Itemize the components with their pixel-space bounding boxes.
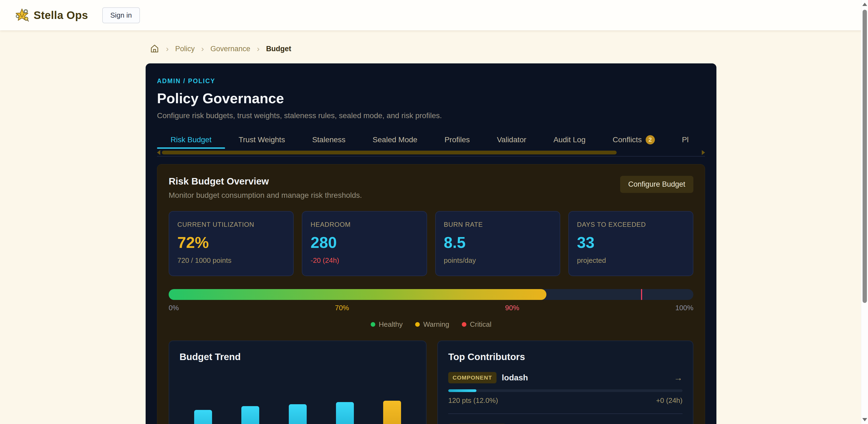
- stat-value: 33: [577, 233, 685, 252]
- overview-subtitle: Monitor budget consumption and manage ri…: [169, 191, 362, 200]
- stat-value: 8.5: [444, 233, 552, 252]
- tab-label: Risk Budget: [170, 135, 212, 144]
- trend-bar: [241, 406, 259, 424]
- stat-label: HEADROOM: [310, 221, 418, 228]
- tab-label: Conflicts: [613, 135, 642, 144]
- trend-bar-column: [180, 370, 227, 424]
- threshold-labels: 0% 70% 90% 100%: [169, 304, 693, 312]
- home-icon[interactable]: [150, 44, 159, 54]
- tab-validator[interactable]: Validator: [484, 131, 540, 149]
- threshold-0: 0%: [169, 304, 179, 312]
- tab-label: Audit Log: [553, 135, 585, 144]
- tab-label: Staleness: [312, 135, 345, 144]
- contributor-type-badge: COMPONENT: [448, 372, 496, 383]
- budget-progress-fill: [169, 289, 547, 300]
- tab-label: Pl: [682, 135, 689, 144]
- page-vertical-scrollbar[interactable]: [861, 0, 868, 424]
- warning-dot-icon: [415, 322, 420, 327]
- trend-bar-column: [274, 370, 321, 424]
- healthy-dot-icon: [371, 322, 375, 327]
- stat-card-burn-rate: BURN RATE 8.5 points/day: [435, 211, 560, 276]
- tabs-scrollbar-thumb[interactable]: [162, 151, 617, 155]
- tab-risk-budget[interactable]: Risk Budget: [157, 131, 225, 149]
- trend-flat-arrow-icon: →: [674, 373, 683, 383]
- tab-staleness[interactable]: Staleness: [299, 131, 359, 149]
- stat-subtext: projected: [577, 256, 685, 265]
- stat-card-headroom: HEADROOM 280 -20 (24h): [302, 211, 427, 276]
- tab-truncated[interactable]: Pl: [669, 131, 702, 149]
- trend-bar-column: [227, 370, 274, 424]
- breadcrumb-separator: ›: [166, 45, 169, 53]
- legend-label: Critical: [470, 320, 491, 329]
- divider: [448, 414, 683, 414]
- stat-cards-row: CURRENT UTILIZATION 72% 720 / 1000 point…: [169, 211, 693, 276]
- page-subtitle: Configure risk budgets, trust weights, s…: [157, 111, 705, 120]
- threshold-70: 70%: [335, 304, 349, 312]
- tab-audit-log[interactable]: Audit Log: [540, 131, 599, 149]
- breadcrumb-budget: Budget: [266, 45, 291, 53]
- section-eyebrow: ADMIN / POLICY: [157, 77, 705, 85]
- budget-utilization-bar: [169, 289, 693, 300]
- breadcrumb-policy[interactable]: Policy: [175, 45, 195, 53]
- app-header: Stella Ops Sign in: [0, 0, 868, 30]
- tab-trust-weights[interactable]: Trust Weights: [225, 131, 299, 149]
- tab-bar: Risk Budget Trust Weights Staleness Seal…: [157, 131, 705, 149]
- policy-governance-panel: ADMIN / POLICY Policy Governance Configu…: [146, 63, 716, 424]
- tab-label: Sealed Mode: [373, 135, 417, 144]
- tab-sealed-mode[interactable]: Sealed Mode: [359, 131, 431, 149]
- legend-label: Warning: [423, 320, 449, 329]
- scroll-left-arrow-icon[interactable]: [157, 150, 160, 155]
- budget-trend-chart: [180, 370, 416, 424]
- tabs-divider: [157, 156, 705, 157]
- contributor-delta: +0 (24h): [656, 396, 683, 405]
- stella-ops-logo-icon: [14, 8, 29, 23]
- tabs-horizontal-scrollbar[interactable]: [157, 150, 705, 155]
- top-contributors-title: Top Contributors: [448, 351, 683, 362]
- trend-bar-column: [369, 370, 416, 424]
- contributor-points: 120 pts (12.0%): [448, 396, 498, 405]
- configure-budget-button[interactable]: Configure Budget: [620, 176, 693, 193]
- page-title: Policy Governance: [157, 90, 705, 106]
- scroll-down-arrow-icon[interactable]: [862, 418, 867, 421]
- contributor-row[interactable]: COMPONENT lodash → 120 pts (12.0%) +0 (2…: [448, 372, 683, 414]
- stat-subtext: 720 / 1000 points: [177, 256, 285, 265]
- breadcrumb: › Policy › Governance › Budget: [150, 44, 868, 54]
- tab-conflicts[interactable]: Conflicts 2: [599, 131, 668, 149]
- budget-trend-card: Budget Trend 12/112/812/1512/2212/29: [169, 340, 427, 424]
- breadcrumb-separator: ›: [201, 45, 204, 53]
- budget-trend-title: Budget Trend: [180, 351, 416, 362]
- stat-subtext: points/day: [444, 256, 552, 265]
- stat-value: 280: [310, 233, 418, 252]
- legend-label: Healthy: [379, 320, 403, 329]
- brand-name: Stella Ops: [34, 9, 88, 22]
- stat-card-days-to-exceeded: DAYS TO EXCEEDED 33 projected: [568, 211, 693, 276]
- legend-warning: Warning: [415, 320, 449, 329]
- legend-healthy: Healthy: [371, 320, 403, 329]
- trend-bar-column: [321, 370, 369, 424]
- breadcrumb-governance[interactable]: Governance: [210, 45, 250, 53]
- critical-threshold-marker: [641, 289, 642, 300]
- overview-title: Risk Budget Overview: [169, 176, 362, 187]
- critical-dot-icon: [462, 322, 466, 327]
- brand[interactable]: Stella Ops: [14, 8, 88, 23]
- status-legend: Healthy Warning Critical: [169, 320, 693, 329]
- stat-label: DAYS TO EXCEEDED: [577, 221, 685, 228]
- breadcrumb-separator: ›: [257, 45, 259, 53]
- stat-value: 72%: [177, 233, 285, 252]
- tab-profiles[interactable]: Profiles: [431, 131, 483, 149]
- tabs-scrollbar-track[interactable]: [162, 151, 700, 155]
- tab-label: Validator: [497, 135, 526, 144]
- legend-critical: Critical: [462, 320, 491, 329]
- tab-label: Profiles: [444, 135, 470, 144]
- sign-in-button[interactable]: Sign in: [102, 7, 140, 23]
- tab-label: Trust Weights: [239, 135, 285, 144]
- conflicts-count-badge: 2: [646, 135, 655, 144]
- trend-bar: [383, 401, 401, 424]
- vertical-scrollbar-thumb[interactable]: [863, 10, 867, 303]
- scroll-right-arrow-icon[interactable]: [702, 150, 705, 155]
- trend-bar: [336, 402, 354, 424]
- scroll-up-arrow-icon[interactable]: [862, 3, 867, 6]
- contributor-bar: [448, 389, 683, 392]
- threshold-90: 90%: [505, 304, 519, 312]
- stat-subtext: -20 (24h): [310, 256, 418, 265]
